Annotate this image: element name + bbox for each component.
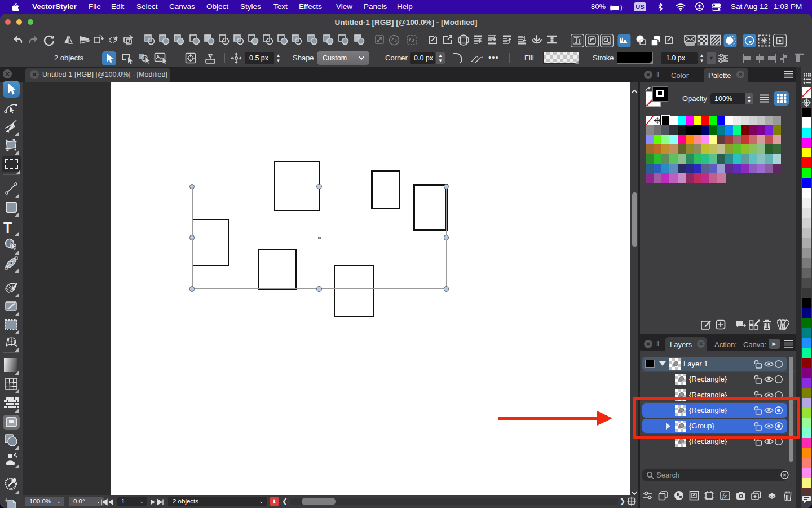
svg-text:fx: fx bbox=[722, 492, 727, 499]
